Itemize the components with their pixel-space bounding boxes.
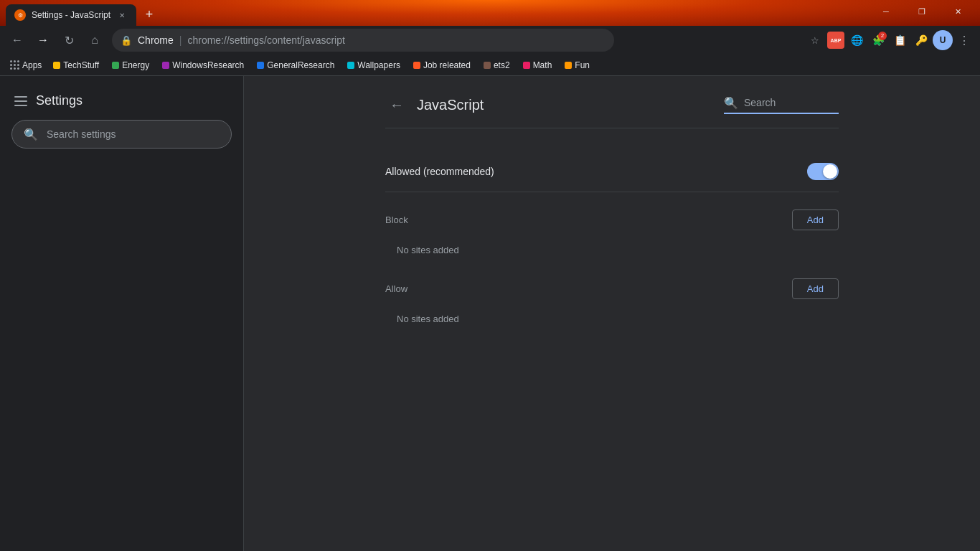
page-search-icon: 🔍 [724,96,738,110]
bookmark-dot-fun [565,62,572,69]
maximize-button[interactable]: ❐ [905,0,938,23]
hamburger-line-3 [14,105,27,106]
extension-icon-1[interactable]: 🌐 [847,30,867,50]
tab-close-button[interactable]: ✕ [116,9,128,21]
tab-strip: ⚙ Settings - JavaScript ✕ + [6,0,870,26]
bookmark-label-jobreleated: Job releated [423,60,471,70]
bookmark-windowsresearch[interactable]: WindowsResearch [156,59,250,72]
new-tab-button[interactable]: + [139,4,159,24]
bookmark-label-techstuff: TechStuff [63,60,99,70]
page-search-bar[interactable]: 🔍 [724,96,839,114]
bookmark-dot-techstuff [53,62,60,69]
block-label: Block [385,215,408,225]
apps-label: Apps [22,60,42,70]
search-settings-input[interactable] [47,128,220,140]
block-add-button[interactable]: Add [792,209,839,230]
content-area: Settings 🔍 ← JavaScript 🔍 Allowed [0,76,980,551]
bookmark-label-wallpapers: Wallpapers [357,60,400,70]
bookmark-fun[interactable]: Fun [559,59,595,72]
extension-icon-4[interactable]: 🔑 [911,30,931,50]
bookmark-label-math: Math [533,60,552,70]
hamburger-line-2 [14,100,27,102]
address-bar[interactable]: 🔒 Chrome | chrome://settings/content/jav… [112,29,614,52]
block-empty-message: No sites added [385,239,839,261]
lock-icon: 🔒 [121,35,132,46]
home-button[interactable]: ⌂ [83,29,106,52]
browser-name-label: Chrome [138,34,174,46]
window-controls: ─ ❐ ✕ [870,0,974,26]
toolbar-icons: ☆ ABP 🌐 🧩 2 📋 🔑 U ⋮ [805,30,974,50]
address-separator: | [179,34,182,46]
profile-avatar[interactable]: U [933,30,953,50]
settings-sidebar: Settings 🔍 [0,76,244,551]
apps-bookmark-item[interactable]: Apps [6,59,46,72]
allow-section-header: Allow Add [385,278,839,299]
close-window-button[interactable]: ✕ [941,0,974,23]
bookmark-dot-math [523,62,530,69]
address-bar-row: ← → ↻ ⌂ 🔒 Chrome | chrome://settings/con… [0,26,980,55]
bookmark-dot-jobreleated [413,62,420,69]
tab-favicon: ⚙ [14,9,26,21]
extension-icon-3[interactable]: 📋 [890,30,910,50]
abp-extension-icon[interactable]: ABP [827,32,844,49]
bookmark-label-generalresearch: GeneralResearch [267,60,334,70]
hamburger-line-1 [14,96,27,98]
minimize-button[interactable]: ─ [870,0,903,23]
page-back-button[interactable]: ← [385,93,408,116]
page-search-input[interactable] [744,97,830,108]
bookmark-label-energy: Energy [122,60,149,70]
page-header-left: ← JavaScript [385,93,484,116]
bookmark-dot-generalresearch [257,62,264,69]
bookmarks-bar: Apps TechStuff Energy WindowsResearch Ge… [0,55,980,76]
extension-badge: 2 [878,32,887,40]
bookmark-generalresearch[interactable]: GeneralResearch [251,59,340,72]
allowed-toggle-section: Allowed (recommended) [385,151,839,192]
tab-title: Settings - JavaScript [32,10,110,20]
allowed-toggle[interactable] [807,163,839,180]
search-settings-icon: 🔍 [24,128,38,141]
bookmark-dot-energy [112,62,119,69]
toggle-knob [823,164,837,179]
bookmark-energy[interactable]: Energy [106,59,155,72]
allow-label: Allow [385,283,407,294]
javascript-page: ← JavaScript 🔍 Allowed (recommended) Blo… [368,76,856,364]
allow-section: Allow Add No sites added [385,278,839,330]
bookmark-dot-windowsresearch [162,62,169,69]
back-nav-button[interactable]: ← [6,29,29,52]
block-section: Block Add No sites added [385,209,839,261]
page-header: ← JavaScript 🔍 [385,93,839,128]
bookmark-star-icon[interactable]: ☆ [805,30,825,50]
bookmark-dot-ets2 [484,62,491,69]
forward-nav-button[interactable]: → [32,29,55,52]
bookmark-label-fun: Fun [575,60,590,70]
block-section-header: Block Add [385,209,839,230]
hamburger-menu-button[interactable] [14,96,27,106]
bookmark-techstuff[interactable]: TechStuff [47,59,105,72]
bookmark-wallpapers[interactable]: Wallpapers [341,59,406,72]
sidebar-header: Settings [0,88,243,120]
allow-empty-message: No sites added [385,308,839,330]
search-settings-bar[interactable]: 🔍 [11,120,232,149]
settings-sidebar-title: Settings [36,93,83,108]
bookmark-jobreleated[interactable]: Job releated [407,59,476,72]
bookmark-dot-wallpapers [347,62,354,69]
bookmark-ets2[interactable]: ets2 [478,59,516,72]
title-bar: ⚙ Settings - JavaScript ✕ + ─ ❐ ✕ [0,0,980,26]
page-title: JavaScript [417,97,484,113]
active-tab[interactable]: ⚙ Settings - JavaScript ✕ [6,4,136,26]
allow-add-button[interactable]: Add [792,278,839,299]
bookmark-math[interactable]: Math [517,59,558,72]
abp-label: ABP [831,38,842,43]
allowed-label: Allowed (recommended) [385,166,494,177]
url-text: chrome://settings/content/javascript [187,34,606,46]
extension-icon-2[interactable]: 🧩 2 [868,30,888,50]
reload-button[interactable]: ↻ [57,29,80,52]
bookmark-label-windowsresearch: WindowsResearch [172,60,244,70]
chrome-menu-icon[interactable]: ⋮ [954,30,974,50]
bookmark-label-ets2: ets2 [494,60,510,70]
settings-main-panel: ← JavaScript 🔍 Allowed (recommended) Blo… [244,76,980,551]
apps-grid-icon [10,60,19,70]
